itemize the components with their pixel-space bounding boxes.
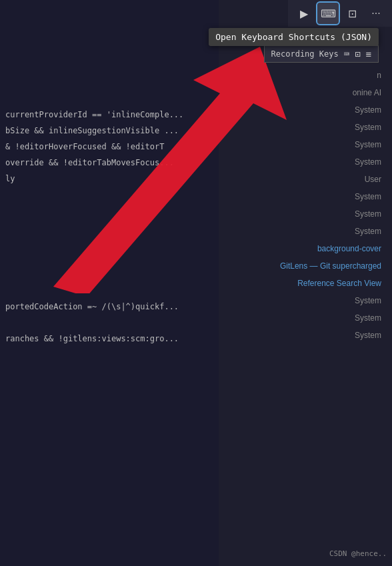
- more-actions-button[interactable]: ···: [365, 3, 387, 24]
- code-line: portedCodeAction =~ /(\s|^)quickf...: [0, 299, 227, 315]
- kb-source: System: [355, 192, 381, 201]
- code-line: bSize && inlineSuggestionVisible ...: [0, 123, 227, 139]
- keybindings-panel: n onine AI System System System System U…: [219, 0, 392, 566]
- run-button[interactable]: ▶: [293, 3, 315, 24]
- kb-row: System: [219, 327, 392, 344]
- kb-row: System: [219, 153, 392, 171]
- code-line: [0, 267, 227, 283]
- kb-row: onine AI: [219, 84, 392, 101]
- kb-row: System: [219, 188, 392, 205]
- code-line: [0, 203, 227, 219]
- kb-source: System: [355, 313, 381, 323]
- kb-row-background-cover[interactable]: background-cover: [219, 240, 392, 257]
- kb-row: System: [219, 205, 392, 223]
- recording-bar: Recording Keys ⌨ ⊡ ≡: [264, 45, 379, 63]
- code-line: ranches && !gitlens:views:scm:gro...: [0, 331, 227, 347]
- tooltip: Open Keyboard Shortcuts (JSON): [209, 28, 379, 46]
- kb-source-gitlens[interactable]: GitLens — Git supercharged: [280, 261, 381, 271]
- kb-source: System: [355, 296, 381, 305]
- keyboard-shortcuts-button[interactable]: ⌨: [317, 3, 339, 24]
- kb-row-gitlens[interactable]: GitLens — Git supercharged: [219, 257, 392, 275]
- kb-source: System: [355, 123, 381, 132]
- kb-row: System: [219, 136, 392, 153]
- code-line: [0, 235, 227, 251]
- kb-source: System: [355, 331, 381, 340]
- kb-row: System: [219, 292, 392, 309]
- kb-source: System: [355, 140, 381, 149]
- code-line: & !editorHoverFocused && !editorT: [0, 139, 227, 155]
- kb-row: System: [219, 119, 392, 136]
- code-line: [0, 283, 227, 299]
- kb-source: System: [355, 209, 381, 219]
- code-line: [0, 251, 227, 267]
- kb-source-background-cover[interactable]: background-cover: [317, 244, 381, 253]
- split-editor-button[interactable]: ⊡: [341, 3, 363, 24]
- code-line: [0, 315, 227, 331]
- kb-row: System: [219, 101, 392, 119]
- kb-source: onine AI: [353, 88, 381, 97]
- keyboard-icon: ⌨: [344, 49, 349, 59]
- kb-source: System: [355, 157, 381, 167]
- kb-source: System: [355, 227, 381, 236]
- code-line: [0, 219, 227, 235]
- watermark-text: CSDN @hence..: [329, 549, 387, 558]
- code-editor: currentProviderId == 'inlineComple... bS…: [0, 0, 227, 566]
- watermark: CSDN @hence..: [329, 549, 387, 558]
- kb-row-reference-search-view[interactable]: Reference Search View: [219, 275, 392, 292]
- kb-source: n: [377, 71, 381, 80]
- code-line: currentProviderId == 'inlineComple...: [0, 107, 227, 123]
- kb-row: System: [219, 223, 392, 240]
- layout-icon: ⊡: [355, 49, 360, 59]
- recording-bar-text: Recording Keys: [271, 49, 339, 59]
- kb-source: User: [365, 175, 381, 184]
- code-line: override && !editorTabMovesFocus...: [0, 155, 227, 171]
- kb-row: User: [219, 171, 392, 188]
- code-line: [0, 187, 227, 203]
- kb-source: System: [355, 105, 381, 115]
- kb-source-reference-search-view[interactable]: Reference Search View: [297, 279, 381, 288]
- code-line: ly: [0, 171, 227, 187]
- menu-icon: ≡: [366, 49, 371, 59]
- kb-row: System: [219, 309, 392, 327]
- tooltip-text: Open Keyboard Shortcuts (JSON): [215, 32, 372, 42]
- toolbar: ▶ ⌨ ⊡ ···: [288, 0, 392, 27]
- kb-row: n: [219, 67, 392, 84]
